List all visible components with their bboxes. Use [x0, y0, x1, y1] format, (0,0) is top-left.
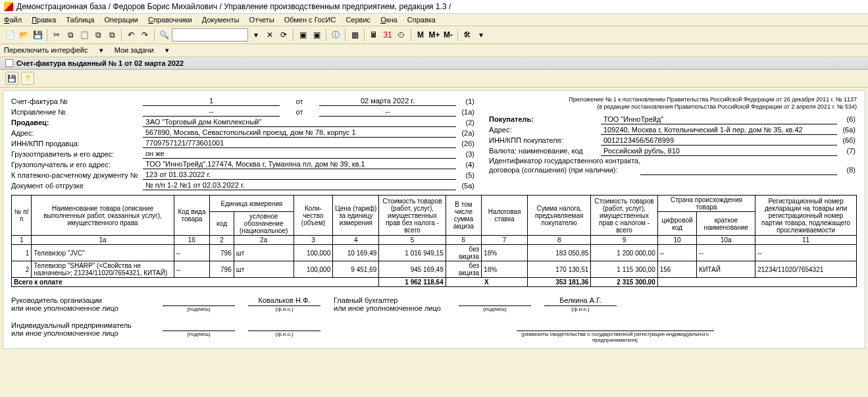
menu-refs[interactable]: Справочники: [148, 16, 192, 24]
menu-ops[interactable]: Операции: [105, 16, 138, 24]
ip-or: или иное уполномоченное лицо: [11, 329, 149, 337]
tools-icon[interactable]: 🛠: [461, 29, 473, 41]
pay-label: К платежно-расчетному документу №: [11, 171, 143, 179]
appendix-note: Приложение № 1 к постановлению Правитель…: [489, 96, 857, 111]
redo-icon[interactable]: ↷: [139, 29, 151, 41]
head-label: Руководитель организации: [11, 296, 149, 304]
n3: (3): [456, 150, 476, 158]
mem-mp[interactable]: M+: [428, 29, 440, 41]
menu-file[interactable]: Файл: [4, 16, 22, 24]
mem-mm[interactable]: M-: [442, 29, 454, 41]
total-x: X: [446, 278, 527, 287]
corr-label: Исправление №: [11, 108, 143, 116]
refresh-icon[interactable]: ⟳: [278, 29, 290, 41]
clock-icon[interactable]: ⏲: [396, 29, 407, 41]
col-unit: Единица измерения: [210, 196, 294, 212]
n2a: (2а): [456, 129, 476, 137]
total-label: Всего к оплате: [12, 278, 379, 287]
menu-reports[interactable]: Отчеты: [249, 16, 274, 24]
find-icon[interactable]: 🔍: [158, 29, 170, 41]
head-name: Ковальков Н.Ф.: [248, 296, 320, 306]
currency: Российский рубль, 810: [601, 146, 837, 156]
menu-service[interactable]: Сервис: [345, 16, 370, 24]
cut-icon[interactable]: ✂: [51, 29, 63, 41]
col-ucode: код: [210, 212, 234, 236]
col-excise: В том числе сумма акциза: [446, 196, 481, 236]
doc-tab-title: Счет-фактура выданный № 1 от 02 марта 20…: [16, 59, 184, 67]
menu-bar: Файл Правка Таблица Операции Справочники…: [0, 14, 868, 26]
menu-gosis[interactable]: Обмен с ГосИС: [284, 16, 336, 24]
table-row: 2Телевизор "SHARP" (<Свойства не назначе…: [12, 261, 857, 278]
n2: (2): [456, 119, 476, 126]
invoice-date: 02 марта 2022 г.: [319, 96, 456, 106]
db-icon[interactable]: ▦: [349, 29, 361, 41]
n4: (4): [456, 161, 476, 169]
menu-docs[interactable]: Документы: [202, 16, 240, 24]
save-icon[interactable]: 💾: [32, 29, 43, 41]
doc-toolbar: 💾 ?: [0, 70, 868, 88]
ot1: от: [280, 97, 319, 105]
buyer: ТОО "ИнноТрейд": [601, 115, 837, 124]
menu-windows[interactable]: Окна: [380, 16, 397, 24]
compare-icon[interactable]: ⧉: [106, 29, 118, 41]
col-qty: Коли- чество (объем): [294, 196, 333, 236]
menu-edit[interactable]: Правка: [32, 16, 56, 24]
main-toolbar: 📄 📂 💾 ✂ ⧉ 📋 ⧉ ⧉ ↶ ↷ 🔍 ▾ ✕ ⟳ ▣ ▣ ⓘ ▦ 🖩 31…: [0, 26, 868, 44]
switch-iface[interactable]: Переключить интерфейс ▾: [4, 46, 103, 54]
acc-name: Белкина А.Г.: [544, 296, 617, 306]
contract-id: [640, 165, 837, 175]
shipper: он же: [143, 149, 456, 159]
corr-no: --: [143, 107, 280, 117]
menu-help[interactable]: Справка: [407, 16, 436, 24]
col-costtax: Стоимость товаров (работ, услуг), имущес…: [591, 196, 657, 236]
buyer-inn: 0012123456/5678999: [601, 136, 837, 146]
search-dd-icon[interactable]: ▾: [250, 29, 262, 41]
app-title: Демонстрационная база / Федоров Борис Ми…: [16, 2, 451, 11]
acc-or: или иное уполномоченное лицо: [334, 304, 446, 312]
paste-icon[interactable]: 📋: [78, 29, 90, 41]
total-cost: 1 962 118,64: [379, 278, 446, 287]
help-icon[interactable]: ?: [21, 72, 34, 85]
switch-tasks[interactable]: Мои задачи ▾: [115, 46, 169, 54]
seller: ЗАО "Торговый дом Комплексный": [143, 117, 456, 127]
copy2-icon[interactable]: ⧉: [92, 29, 104, 41]
clear-icon[interactable]: ✕: [264, 29, 276, 41]
title-bar: Демонстрационная база / Федоров Борис Ми…: [0, 0, 868, 14]
mem-m[interactable]: M: [415, 29, 426, 41]
acc-sign: [459, 296, 531, 306]
col-price: Цена (тариф) за единицу измерения: [333, 196, 379, 236]
seller-label: Продавец:: [11, 119, 143, 126]
calc-icon[interactable]: 🖩: [368, 29, 380, 41]
n5: (5): [456, 171, 476, 179]
n6: (6): [837, 115, 857, 123]
tools-dd-icon[interactable]: ▾: [475, 29, 487, 41]
info-icon[interactable]: ⓘ: [330, 29, 342, 41]
pay-doc: 123 от 01.03.2022 г.: [143, 170, 456, 180]
acc-label: Главный бухгалтер: [334, 296, 446, 304]
window2-icon[interactable]: ▣: [311, 29, 322, 41]
search-input[interactable]: [172, 28, 248, 41]
col-cname: краткое наименование: [697, 212, 755, 236]
undo-icon[interactable]: ↶: [125, 29, 137, 41]
n7: (7): [837, 147, 857, 155]
window-icon[interactable]: ▣: [297, 29, 309, 41]
baddr-label: Адрес:: [489, 126, 601, 134]
buyer-addr: 109240, Москва г, Котельнический 1-й пер…: [601, 125, 837, 135]
buyer-label: Покупатель:: [489, 115, 601, 123]
calendar-icon[interactable]: 31: [382, 29, 394, 41]
col-cost: Стоимость товаров (работ, услуг), имущес…: [379, 196, 446, 236]
document-tab[interactable]: Счет-фактура выданный № 1 от 02 марта 20…: [0, 57, 868, 70]
table-row: 1Телевизор "JVC"--796шт100,00010 169,491…: [12, 245, 857, 261]
head-sign: [163, 296, 235, 306]
total-tax: 353 181,36: [528, 278, 591, 287]
open-icon[interactable]: 📂: [18, 29, 30, 41]
n1a: (1а): [456, 108, 476, 116]
menu-table[interactable]: Таблица: [66, 16, 94, 24]
copy-icon[interactable]: ⧉: [64, 29, 76, 41]
ip-label: Индивидуальный предприниматель: [11, 321, 149, 329]
new-icon[interactable]: 📄: [4, 29, 16, 41]
save-doc-icon[interactable]: 💾: [5, 72, 18, 85]
ot2: от: [280, 108, 319, 116]
switcher-bar: Переключить интерфейс ▾ Мои задачи ▾: [0, 44, 868, 57]
ship-label: Документ об отгрузке: [11, 182, 143, 190]
